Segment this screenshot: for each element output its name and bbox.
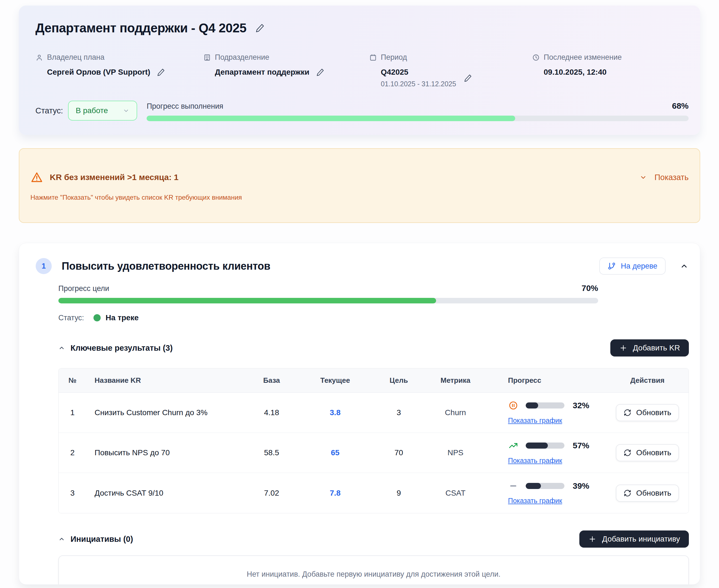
kr-current: 7.8 bbox=[299, 489, 371, 498]
plan-period-values: Q42025 01.10.2025 - 31.12.2025 bbox=[381, 68, 456, 88]
plan-title-row: Департамент поддержки - Q4 2025 bbox=[36, 20, 689, 36]
add-initiative-label: Добавить инициативу bbox=[602, 534, 680, 544]
collapse-key-results-icon[interactable] bbox=[58, 344, 65, 351]
objective-progress-label: Прогресс цели bbox=[58, 284, 109, 293]
kr-name: Достичь CSAT 9/10 bbox=[86, 489, 244, 498]
plan-division-value: Департамент поддержки bbox=[215, 68, 310, 77]
plan-progress-percent: 68% bbox=[672, 101, 689, 111]
warning-triangle-icon bbox=[30, 171, 43, 184]
col-header-base: База bbox=[244, 376, 299, 385]
plan-period-range: 01.10.2025 - 31.12.2025 bbox=[381, 80, 456, 88]
plan-progress-block: Прогресс выполнения 68% bbox=[147, 101, 689, 121]
show-chart-link[interactable]: Показать график bbox=[508, 417, 562, 424]
plan-owner-value: Сергей Орлов (VP Support) bbox=[47, 68, 150, 77]
col-header-num: № bbox=[59, 376, 86, 385]
add-kr-label: Добавить KR bbox=[633, 343, 680, 352]
view-on-tree-label: На дереве bbox=[621, 262, 657, 271]
key-results-table: № Название KR База Текущее Цель Метрика … bbox=[58, 368, 689, 513]
show-chart-link[interactable]: Показать график bbox=[508, 497, 562, 505]
plan-title: Департамент поддержки - Q4 2025 bbox=[36, 20, 247, 36]
kr-num: 1 bbox=[59, 408, 86, 417]
update-kr-button[interactable]: Обновить bbox=[616, 485, 679, 502]
objective-status-label: Статус: bbox=[58, 314, 84, 322]
kr-target: 70 bbox=[371, 448, 426, 457]
initiatives-empty-state: Нет инициатив. Добавьте первую инициатив… bbox=[58, 555, 689, 585]
alert-title: KR без изменений >1 месяца: 1 bbox=[50, 173, 178, 182]
kr-progress-cell: 39% Показать график bbox=[485, 481, 606, 505]
kr-progress-percent: 57% bbox=[573, 441, 589, 450]
building-icon bbox=[203, 54, 211, 61]
edit-owner-icon[interactable] bbox=[157, 68, 165, 76]
alert-show-button[interactable]: Показать bbox=[640, 173, 689, 182]
kr-target: 9 bbox=[371, 489, 426, 498]
pause-circle-icon bbox=[508, 400, 518, 411]
edit-period-icon[interactable] bbox=[464, 74, 472, 82]
plan-status-label: Статус: bbox=[36, 101, 63, 121]
plan-last-modified-label: Последнее изменение bbox=[544, 53, 622, 62]
chevron-down-icon bbox=[640, 174, 647, 181]
kr-metric: NPS bbox=[426, 448, 485, 457]
plan-period-value: Q42025 bbox=[381, 68, 456, 77]
kr-progress-fill bbox=[526, 442, 548, 448]
trending-up-icon bbox=[508, 441, 518, 450]
objective-progress-bar bbox=[58, 298, 598, 303]
update-kr-button[interactable]: Обновить bbox=[616, 444, 679, 461]
plan-owner-label: Владелец плана bbox=[47, 53, 105, 62]
plan-owner-block: Владелец плана Сергей Орлов (VP Support) bbox=[36, 53, 203, 88]
plan-progress-bar bbox=[147, 115, 689, 121]
objective-header: 1 Повысить удовлетворенность клиентов На… bbox=[36, 257, 688, 275]
collapse-initiatives-icon[interactable] bbox=[58, 536, 65, 542]
objective-title: Повысить удовлетворенность клиентов bbox=[62, 260, 271, 272]
col-header-name: Название KR bbox=[86, 376, 244, 385]
col-header-actions: Действия bbox=[606, 376, 689, 385]
edit-title-icon[interactable] bbox=[255, 23, 265, 33]
edit-division-icon[interactable] bbox=[316, 68, 324, 76]
update-kr-label: Обновить bbox=[636, 448, 672, 457]
collapse-objective-icon[interactable] bbox=[680, 262, 688, 270]
stale-kr-alert: KR без изменений >1 месяца: 1 Показать Н… bbox=[19, 148, 700, 223]
objective-status-row: Статус: На треке bbox=[58, 313, 688, 322]
minus-icon bbox=[509, 482, 518, 490]
kr-metric: CSAT bbox=[426, 489, 485, 498]
plan-status-select[interactable]: В работе bbox=[68, 101, 138, 121]
plan-progress-label: Прогресс выполнения bbox=[147, 102, 223, 111]
plan-division-label: Подразделение bbox=[215, 53, 269, 62]
plan-period-block: Период Q42025 01.10.2025 - 31.12.2025 bbox=[369, 53, 532, 88]
kr-metric: Churn bbox=[426, 408, 485, 417]
add-initiative-button[interactable]: Добавить инициативу bbox=[579, 530, 689, 548]
view-on-tree-button[interactable]: На дереве bbox=[599, 257, 665, 275]
kr-base: 7.02 bbox=[244, 489, 299, 498]
objective-progress-fill bbox=[58, 298, 436, 303]
kr-progress-bar bbox=[526, 483, 565, 489]
key-results-title: Ключевые результаты (3) bbox=[70, 343, 173, 353]
kr-name: Повысить NPS до 70 bbox=[86, 448, 244, 457]
kr-table-header: № Название KR База Текущее Цель Метрика … bbox=[59, 369, 689, 393]
objective-card: 1 Повысить удовлетворенность клиентов На… bbox=[19, 243, 700, 585]
plan-last-modified-block: Последнее изменение 09.10.2025, 12:40 bbox=[532, 53, 689, 88]
alert-subtitle: Нажмите "Показать" чтобы увидеть список … bbox=[30, 194, 689, 201]
add-kr-button[interactable]: Добавить KR bbox=[610, 339, 689, 357]
update-kr-label: Обновить bbox=[636, 489, 672, 498]
clock-icon bbox=[532, 54, 540, 61]
kr-num: 3 bbox=[59, 489, 86, 498]
kr-progress-percent: 32% bbox=[573, 401, 589, 410]
initiatives-title: Инициативы (0) bbox=[70, 534, 133, 544]
objective-status-value: На треке bbox=[106, 313, 139, 322]
alert-show-label: Показать bbox=[655, 173, 689, 182]
kr-num: 2 bbox=[59, 448, 86, 457]
kr-base: 4.18 bbox=[244, 408, 299, 417]
plan-progress-fill bbox=[147, 115, 515, 121]
kr-progress-fill bbox=[526, 483, 541, 489]
update-kr-button[interactable]: Обновить bbox=[616, 404, 679, 421]
initiatives-empty-text: Нет инициатив. Добавьте первую инициатив… bbox=[247, 570, 501, 579]
plan-meta: Владелец плана Сергей Орлов (VP Support)… bbox=[36, 53, 689, 88]
show-chart-link[interactable]: Показать график bbox=[508, 457, 562, 465]
user-icon bbox=[36, 54, 43, 61]
kr-target: 3 bbox=[371, 408, 426, 417]
col-header-metric: Метрика bbox=[426, 376, 485, 385]
kr-progress-cell: 32% Показать график bbox=[485, 400, 606, 425]
initiatives-section-header: Инициативы (0) Добавить инициативу bbox=[58, 530, 689, 548]
kr-base: 58.5 bbox=[244, 448, 299, 457]
kr-progress-fill bbox=[526, 402, 538, 408]
col-header-progress: Прогресс bbox=[485, 376, 606, 385]
